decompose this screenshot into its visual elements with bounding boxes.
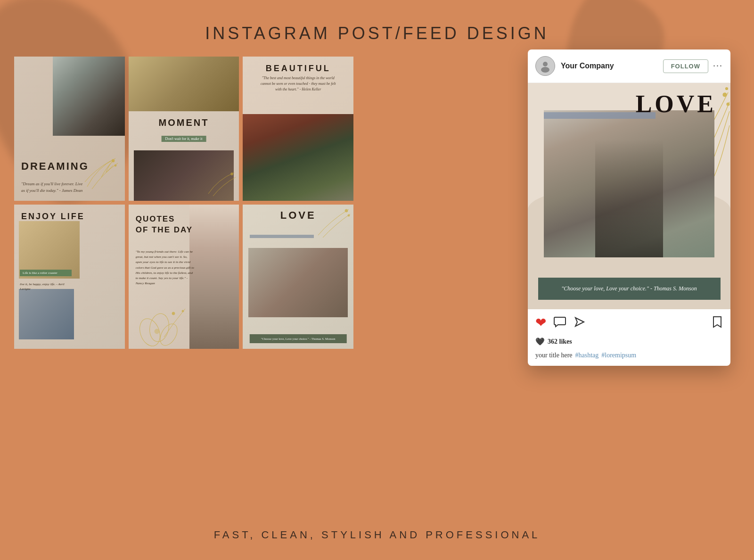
dreaming-quote: "Dream as if you'll live forever. Live a… [21,181,87,194]
enjoy-quote: live it, be happy, enjoy life. - Avril L… [20,282,71,292]
ig-tape-strip [544,112,656,119]
enjoy-title: ENJOY LIFE [21,212,85,222]
moment-tag: Don't wait for it, make it [162,136,206,142]
svg-point-10 [348,214,350,216]
instagram-mockup: Your Company FOLLOW ··· LOVE [528,49,730,366]
ig-post-photo [544,110,714,257]
card-moment: MOMENT Don't wait for it, make it [129,57,239,201]
more-options-icon[interactable]: ··· [713,61,723,72]
love-small-gold [313,207,351,240]
comment-icon[interactable] [554,316,566,330]
card-beautiful: BEAUTIFUL "The best and most beautiful t… [243,57,353,201]
card-quotes: QUOTESOF THE DAY "To my young friends ou… [129,205,239,349]
dreaming-title: DREAMING [21,160,89,173]
ig-quote-box: "Choose your love, Love your choice." - … [538,278,721,300]
save-icon[interactable] [712,316,723,330]
svg-point-9 [345,209,348,212]
likes-heart-icon: 🖤 [535,337,545,346]
love-small-quote: "Choose your love, Love your choice." - … [249,334,347,343]
beautiful-photo [243,114,353,201]
love-small-photo [248,248,348,317]
love-small-title: LOVE [280,209,316,222]
quotes-gold-flower [131,304,192,346]
enjoy-tag: Life is like a roller coaster [20,270,72,276]
svg-point-5 [156,321,180,346]
svg-point-7 [172,312,175,315]
card-love-small: LOVE "Choose your love, Love your choice… [243,205,353,349]
moment-title: MOMENT [159,117,209,128]
svg-point-14 [727,103,729,106]
ig-caption-title: your title here [535,352,573,359]
svg-point-13 [723,93,727,97]
likes-count: 362 likes [548,338,572,346]
ig-post-image: LOVE "Choose your love, Love your choice… [528,83,730,309]
post-grid: DREAMING "Dream as if you'll live foreve… [14,57,353,349]
page-subtitle: FAST, CLEAN, STYLISH AND PROFESSIONAL [0,529,754,541]
avatar [535,56,555,76]
share-icon[interactable] [574,316,586,330]
card-dreaming: DREAMING "Dream as if you'll live foreve… [14,57,125,201]
quotes-photo [189,205,239,349]
svg-point-4 [148,312,171,343]
ig-header: Your Company FOLLOW ··· [528,49,730,83]
ig-actions: ❤ [528,309,730,336]
dreaming-gold-decoration [82,154,120,191]
card-enjoy: ENJOY LIFE Life is like a roller coaster… [14,205,125,349]
svg-point-12 [541,67,549,73]
svg-point-1 [115,165,116,166]
svg-point-15 [726,88,728,90]
ig-username: Your Company [561,62,663,70]
dreaming-photo [53,57,125,136]
page-title: INSTAGRAM POST/FEED DESIGN [0,0,754,43]
ig-hashtag2[interactable]: #loremipsum [601,352,636,359]
like-icon[interactable]: ❤ [535,315,546,330]
moment-gold-decoration [204,170,237,198]
svg-point-11 [543,62,548,66]
ig-likes: 🖤 362 likes [528,336,730,350]
quotes-quote: "To my young friends out there: Life can… [136,249,195,286]
beautiful-title: BEAUTIFUL [266,64,331,74]
ig-caption: your title here #hashtag #loremipsum [528,350,730,366]
love-small-tape [250,235,314,238]
svg-point-6 [155,329,159,334]
ig-hashtag1[interactable]: #hashtag [575,352,599,359]
beautiful-quote: "The best and most beautiful things in t… [261,75,336,92]
enjoy-photo2 [19,289,74,339]
moment-photo-top [129,57,239,111]
follow-button[interactable]: FOLLOW [663,59,708,73]
svg-point-2 [231,173,233,175]
quotes-title: QUOTESOF THE DAY [136,214,193,236]
